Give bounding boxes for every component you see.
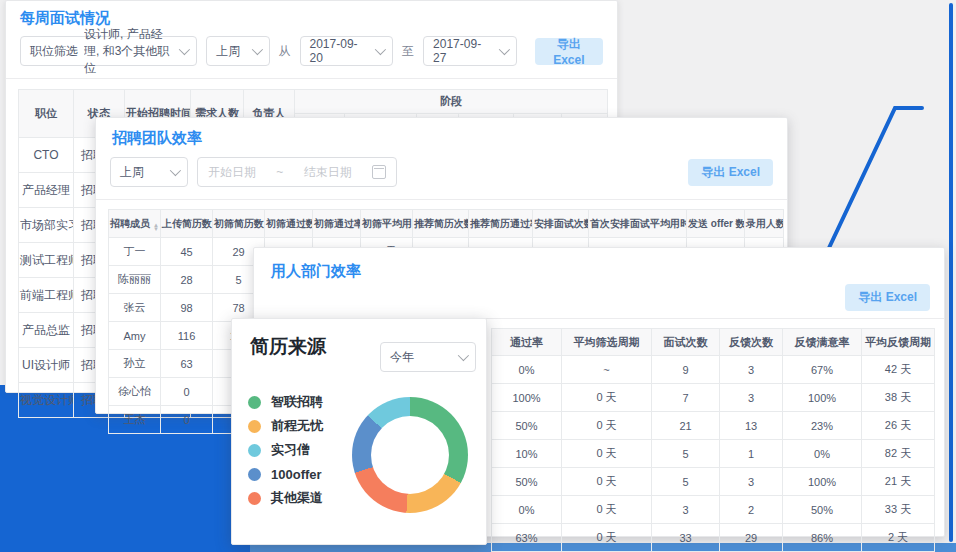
column-header: 职位 xyxy=(19,90,74,138)
table-cell: 测试工程师 xyxy=(19,243,74,278)
column-header: 初筛通过数 xyxy=(265,210,313,238)
column-header: 平均筛选周期 xyxy=(562,329,652,356)
column-header: 面试次数 xyxy=(652,329,720,356)
from-label: 从 xyxy=(279,43,291,60)
table-cell: UI设计师 xyxy=(19,348,74,383)
column-header: 首次安排面试平均用时 xyxy=(589,210,687,238)
header-row: 通过率 平均筛选周期 面试次数 反馈次数 反馈满意率 平均反馈周期 xyxy=(492,329,935,356)
table-cell: 42 天 xyxy=(862,356,935,384)
to-label: 至 xyxy=(402,43,414,60)
position-filter-select[interactable]: 职位筛选 设计师, 产品经理, 和3个其他职位 xyxy=(20,36,197,66)
table-cell: ~ xyxy=(562,356,652,384)
column-header: 上传简历数 xyxy=(161,210,213,238)
legend-label: 实习僧 xyxy=(271,441,310,459)
legend-label: 其他渠道 xyxy=(271,489,323,507)
export-excel-button[interactable]: 导出 Excel xyxy=(535,38,603,65)
table-cell: 0 天 xyxy=(562,412,652,440)
resume-sources-panel: 简历来源 今年 智联招聘前程无忧实习僧100offer其他渠道 xyxy=(231,318,487,545)
date-to-select[interactable]: 2017-09-27 xyxy=(423,36,517,66)
column-header: 反馈满意率 xyxy=(783,329,862,356)
table-cell: 王杰 xyxy=(109,406,161,434)
table-cell: 45 xyxy=(161,238,213,266)
table-cell: 0% xyxy=(783,440,862,468)
table-cell: 50% xyxy=(492,412,562,440)
table-cell: 视觉设计师 xyxy=(19,383,74,418)
export-excel-button[interactable]: 导出 Excel xyxy=(845,284,930,311)
year-select[interactable]: 今年 xyxy=(380,342,476,372)
column-header: 初筛通过率 xyxy=(313,210,361,238)
table-cell: 3 xyxy=(652,496,720,524)
legend-color-dot xyxy=(248,420,261,433)
chevron-down-icon xyxy=(375,44,386,55)
column-header-sortable[interactable]: 招聘成员▲▼ xyxy=(109,210,161,238)
table-cell: 产品经理 xyxy=(19,173,74,208)
table-cell: 1 xyxy=(720,440,783,468)
period-select[interactable]: 上周 xyxy=(110,157,188,187)
column-header: 发送 offer 数量 xyxy=(687,210,745,238)
column-header: 反馈次数 xyxy=(720,329,783,356)
table-cell: 7 xyxy=(652,384,720,412)
date-from-select[interactable]: 2017-09-20 xyxy=(300,36,394,66)
column-header: 初筛简历数 xyxy=(213,210,265,238)
column-header: 推荐简历次数 xyxy=(413,210,469,238)
table-cell: 产品总监 xyxy=(19,313,74,348)
column-header: 通过率 xyxy=(492,329,562,356)
legend-color-dot xyxy=(248,396,261,409)
panel-title: 用人部门效率 xyxy=(271,262,361,279)
table-cell: 100% xyxy=(783,384,862,412)
donut-chart xyxy=(352,397,468,513)
table-cell: CTO xyxy=(19,138,74,173)
department-table: 通过率 平均筛选周期 面试次数 反馈次数 反馈满意率 平均反馈周期 0%~936… xyxy=(491,328,935,552)
legend-item[interactable]: 100offer xyxy=(248,462,323,486)
chart-legend: 智联招聘前程无忧实习僧100offer其他渠道 xyxy=(248,390,323,510)
table-cell: 50% xyxy=(492,468,562,496)
legend-item[interactable]: 其他渠道 xyxy=(248,486,323,510)
table-cell: 3 xyxy=(720,356,783,384)
table-cell: Amy xyxy=(109,322,161,350)
panel-title: 每周面试情况 xyxy=(20,9,110,26)
table-cell: 82 天 xyxy=(862,440,935,468)
chevron-down-icon xyxy=(458,350,469,361)
legend-item[interactable]: 实习僧 xyxy=(248,438,323,462)
table-cell: 3 xyxy=(720,384,783,412)
sort-icon[interactable]: ▲▼ xyxy=(153,223,159,231)
table-cell: 67% xyxy=(783,356,862,384)
table-cell: 2 xyxy=(720,496,783,524)
column-header: 平均反馈周期 xyxy=(862,329,935,356)
position-filter-value: 设计师, 产品经理, 和3个其他职位 xyxy=(84,26,173,77)
table-row: 0%~9367%42 天 xyxy=(492,356,935,384)
chevron-down-icon xyxy=(179,44,190,55)
table-cell: 0 xyxy=(161,406,213,434)
table-row: 100%0 天73100%38 天 xyxy=(492,384,935,412)
period-select[interactable]: 上周 xyxy=(206,36,269,66)
table-row: 0%0 天3250%33 天 xyxy=(492,496,935,524)
table-cell: 86% xyxy=(783,524,862,552)
panel-title: 招聘团队效率 xyxy=(112,129,202,146)
chevron-down-icon xyxy=(498,44,509,55)
table-cell: 28 xyxy=(161,266,213,294)
export-excel-button[interactable]: 导出 Excel xyxy=(688,159,773,186)
table-cell: 21 天 xyxy=(862,468,935,496)
date-range-input[interactable]: 开始日期 ~ 结束日期 xyxy=(197,157,397,187)
legend-item[interactable]: 智联招聘 xyxy=(248,390,323,414)
table-cell: 0 天 xyxy=(562,524,652,552)
table-cell: 50% xyxy=(783,496,862,524)
table-row: 10%0 天510%82 天 xyxy=(492,440,935,468)
table-cell: 0 xyxy=(161,378,213,406)
table-cell: 29 xyxy=(720,524,783,552)
date-end-placeholder: 结束日期 xyxy=(304,164,352,181)
table-cell: 张云 xyxy=(109,294,161,322)
legend-label: 智联招聘 xyxy=(271,393,323,411)
legend-item[interactable]: 前程无忧 xyxy=(248,414,323,438)
calendar-icon xyxy=(372,165,386,179)
table-cell: 38 天 xyxy=(862,384,935,412)
table-cell: 98 xyxy=(161,294,213,322)
date-start-placeholder: 开始日期 xyxy=(208,164,256,181)
table-cell: 26 天 xyxy=(862,412,935,440)
table-cell: 5 xyxy=(652,468,720,496)
legend-color-dot xyxy=(248,468,261,481)
table-cell: 0% xyxy=(492,496,562,524)
table-cell: 33 天 xyxy=(862,496,935,524)
legend-color-dot xyxy=(248,492,261,505)
table-cell: 丁一 xyxy=(109,238,161,266)
